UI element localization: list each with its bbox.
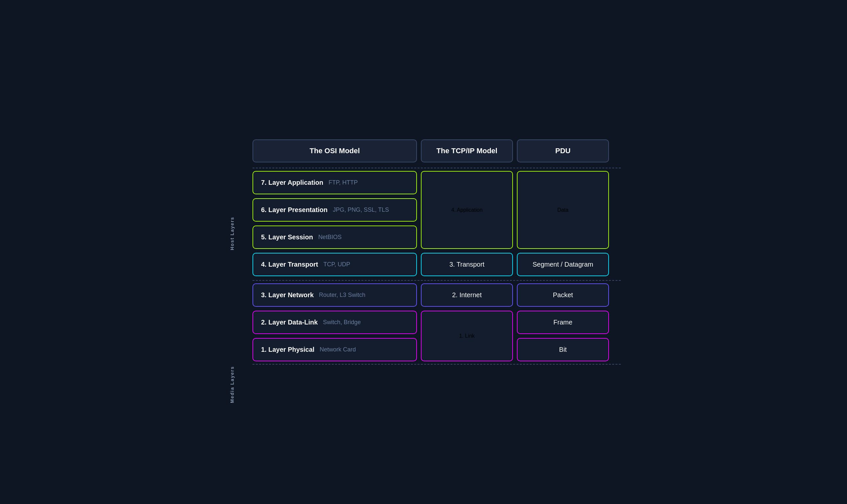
tcpip-internet-text: 2. Internet [452, 291, 482, 299]
layer4-detail: TCP, UDP [323, 261, 350, 268]
layer7-name: 7. Layer Application [261, 179, 323, 186]
tcpip-app-cell: 4. Application [421, 171, 513, 249]
pdu-header: PDU [517, 139, 609, 162]
side-labels: Host Layers Media Layers [226, 168, 253, 365]
pdu-packet-cell: Packet [517, 283, 609, 307]
pdu-frame-cell: Frame [517, 311, 609, 334]
tcpip-title: The TCP/IP Model [436, 147, 497, 155]
layer3-detail: Router, L3 Switch [319, 292, 365, 299]
pdu-link-col: Frame Bit [517, 311, 609, 361]
layer7-cell: 7. Layer Application FTP, HTTP [253, 171, 417, 194]
layer7-detail: FTP, HTTP [328, 179, 358, 186]
layer3-cell: 3. Layer Network Router, L3 Switch [253, 283, 417, 307]
osi-host-col: 7. Layer Application FTP, HTTP 6. Layer … [253, 171, 417, 249]
header-row: The OSI Model The TCP/IP Model PDU [253, 139, 621, 162]
layer2-cell: 2. Layer Data-Link Switch, Bridge [253, 311, 417, 334]
tcpip-link-cell: 1. Link [421, 311, 513, 361]
layer6-name: 6. Layer Presentation [261, 206, 327, 214]
layer1-name: 1. Layer Physical [261, 346, 314, 354]
pdu-bit-cell: Bit [517, 338, 609, 361]
dashed-bottom [253, 364, 621, 365]
layer6-detail: JPG, PNG, SSL, TLS [333, 206, 389, 213]
layer1-cell: 1. Layer Physical Network Card [253, 338, 417, 361]
media-layers-label: Media Layers [230, 322, 235, 447]
transport-group: 4. Layer Transport TCP, UDP 3. Transport… [253, 253, 621, 276]
pdu-frame-text: Frame [553, 319, 573, 326]
layer4-name: 4. Layer Transport [261, 261, 318, 268]
tcpip-transport-cell: 3. Transport [421, 253, 513, 276]
diagram-container: The OSI Model The TCP/IP Model PDU Host … [226, 139, 621, 365]
layer5-cell: 5. Layer Session NetBIOS [253, 226, 417, 249]
host-group: 7. Layer Application FTP, HTTP 6. Layer … [253, 171, 621, 249]
layer5-detail: NetBIOS [318, 234, 342, 241]
pdu-title: PDU [555, 147, 571, 155]
pdu-bit-text: Bit [559, 346, 566, 354]
body-area: Host Layers Media Layers 7. Layer Applic… [226, 168, 621, 365]
link-group: 2. Layer Data-Link Switch, Bridge 1. Lay… [253, 311, 621, 361]
pdu-packet-text: Packet [553, 291, 573, 299]
layer5-name: 5. Layer Session [261, 233, 313, 241]
tcpip-header: The TCP/IP Model [421, 139, 513, 162]
network-group: 3. Layer Network Router, L3 Switch 2. In… [253, 283, 621, 307]
layer1-detail: Network Card [320, 346, 356, 353]
tcpip-internet-cell: 2. Internet [421, 283, 513, 307]
tcpip-transport-text: 3. Transport [449, 261, 485, 268]
pdu-data-text: Data [557, 207, 569, 213]
pdu-segment-text: Segment / Datagram [533, 261, 594, 268]
dashed-top [253, 168, 621, 168]
tcpip-app-text: 4. Application [451, 207, 482, 213]
tcpip-link-text: 1. Link [459, 333, 474, 339]
osi-link-col: 2. Layer Data-Link Switch, Bridge 1. Lay… [253, 311, 417, 361]
layer2-name: 2. Layer Data-Link [261, 319, 318, 326]
host-layers-label: Host Layers [230, 171, 235, 296]
content-grid: 7. Layer Application FTP, HTTP 6. Layer … [253, 168, 621, 365]
osi-title: The OSI Model [310, 147, 360, 155]
pdu-data-cell: Data [517, 171, 609, 249]
layer6-cell: 6. Layer Presentation JPG, PNG, SSL, TLS [253, 198, 417, 221]
layer3-name: 3. Layer Network [261, 291, 314, 299]
layer4-cell: 4. Layer Transport TCP, UDP [253, 253, 417, 276]
layer2-detail: Switch, Bridge [323, 319, 361, 326]
dashed-mid [253, 280, 621, 281]
osi-header: The OSI Model [253, 139, 417, 162]
pdu-segment-cell: Segment / Datagram [517, 253, 609, 276]
